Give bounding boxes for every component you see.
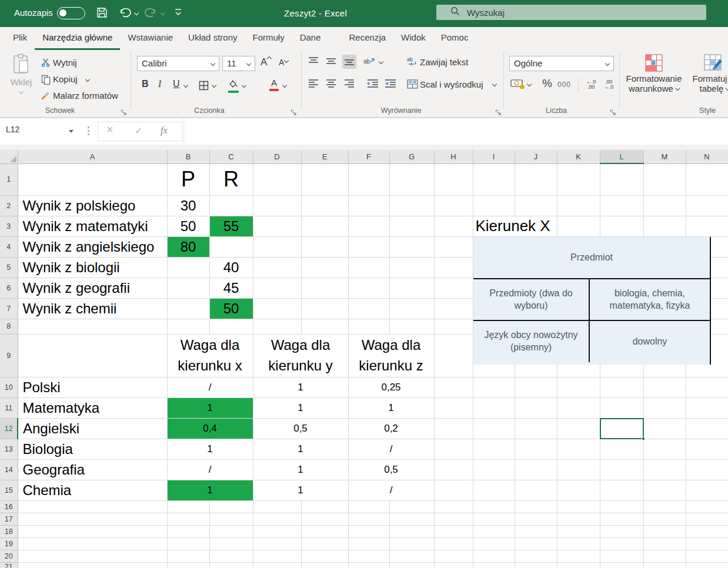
cell-H5[interactable]: [434, 257, 473, 278]
cell-K16[interactable]: [557, 500, 600, 513]
cell-G5[interactable]: [389, 257, 434, 278]
cell-E5[interactable]: [301, 257, 348, 278]
cell-I20[interactable]: [473, 550, 515, 562]
tab-dane[interactable]: Dane: [292, 27, 329, 50]
align-left-button[interactable]: [308, 79, 319, 90]
cell-M15[interactable]: [643, 480, 686, 500]
cancel-icon[interactable]: ×: [106, 123, 113, 136]
tab-wstawianie[interactable]: Wstawianie: [120, 27, 181, 50]
tab-pomoc[interactable]: Pomoc: [433, 27, 476, 50]
cell-F2[interactable]: [348, 195, 389, 216]
cell-A2[interactable]: Wynik z polskiego: [18, 195, 167, 216]
cell-J14[interactable]: [515, 459, 557, 480]
cell-A5[interactable]: Wynik z biologii: [18, 257, 167, 278]
row-header-12[interactable]: 12: [0, 418, 18, 439]
cell-E4[interactable]: [301, 236, 348, 257]
cell-A15[interactable]: Chemia: [18, 480, 167, 500]
font-dialog-launcher-icon[interactable]: [290, 108, 297, 114]
merge-center-dropdown-icon[interactable]: [492, 82, 497, 86]
cell-H10[interactable]: [434, 377, 473, 397]
cell-D21[interactable]: [253, 562, 301, 568]
currency-button[interactable]: [510, 78, 525, 92]
merge-center-label[interactable]: Scal i wyśrodkuj: [420, 79, 483, 89]
cell-M1[interactable]: [643, 163, 686, 195]
cell-F15[interactable]: /: [348, 480, 434, 500]
cell-D2[interactable]: [253, 195, 301, 216]
name-box-dropdown-icon[interactable]: [69, 130, 74, 133]
embedded-requirements-image[interactable]: Przedmiot Przedmioty (dwa do wyboru) bio…: [473, 237, 711, 365]
cell-B21[interactable]: [167, 562, 209, 568]
column-header-C[interactable]: C: [209, 150, 253, 163]
borders-button[interactable]: [199, 81, 209, 93]
cell-M12[interactable]: [643, 418, 686, 439]
cell-G21[interactable]: [389, 562, 434, 568]
cut-button[interactable]: [41, 58, 50, 69]
cell-I14[interactable]: [473, 459, 515, 480]
alignment-dialog-launcher-icon[interactable]: [495, 108, 502, 114]
increase-indent-button[interactable]: [385, 79, 396, 90]
column-header-F[interactable]: F: [348, 150, 389, 163]
cell-E21[interactable]: [301, 562, 348, 568]
row-header-11[interactable]: 11: [0, 397, 18, 418]
cell-B7[interactable]: [167, 298, 209, 319]
font-name-combo[interactable]: Calibri: [137, 56, 219, 71]
cell-I10[interactable]: [473, 377, 515, 397]
cell-J15[interactable]: [515, 480, 557, 500]
cell-N19[interactable]: [686, 537, 728, 550]
cell-N18[interactable]: [686, 525, 728, 537]
format-as-table-button[interactable]: Formatuj ja tabelę: [692, 73, 728, 93]
wrap-text-label[interactable]: Zawijaj tekst: [420, 57, 469, 67]
cell-F18[interactable]: [348, 525, 389, 537]
search-input[interactable]: [467, 8, 690, 18]
underline-button[interactable]: U: [173, 79, 180, 89]
align-top-button[interactable]: [308, 56, 319, 68]
format-painter-label[interactable]: Malarz formatów: [53, 91, 118, 101]
cell-G1[interactable]: [389, 163, 434, 195]
cell-G7[interactable]: [389, 298, 434, 319]
cell-M11[interactable]: [643, 397, 686, 418]
row-header-5[interactable]: 5: [0, 257, 18, 278]
cell-H14[interactable]: [434, 459, 473, 480]
cell-F19[interactable]: [348, 537, 389, 550]
cell-B10[interactable]: /: [167, 377, 253, 397]
cell-A19[interactable]: [18, 537, 167, 550]
cut-label[interactable]: Wytnij: [53, 58, 77, 68]
clipboard-dialog-launcher-icon[interactable]: [121, 108, 127, 114]
row-header-6[interactable]: 6: [0, 278, 18, 298]
cell-B19[interactable]: [167, 537, 209, 550]
name-box-input[interactable]: [6, 125, 58, 134]
cell-F8[interactable]: [348, 319, 389, 334]
cell-N16[interactable]: [686, 500, 728, 513]
enter-icon[interactable]: ✓: [135, 125, 142, 136]
save-icon[interactable]: [96, 7, 108, 21]
cell-H6[interactable]: [434, 278, 473, 298]
cell-D6[interactable]: [253, 278, 301, 298]
cell-A14[interactable]: Geografia: [18, 459, 167, 480]
cell-I13[interactable]: [473, 439, 515, 459]
cell-I19[interactable]: [473, 537, 515, 550]
comma-style-button[interactable]: 000: [557, 81, 571, 89]
cell-F1[interactable]: [348, 163, 389, 195]
column-header-D[interactable]: D: [253, 150, 301, 163]
cell-J21[interactable]: [515, 562, 557, 568]
cell-F11[interactable]: 1: [348, 397, 434, 418]
cell-L15[interactable]: [600, 480, 643, 500]
cell-G16[interactable]: [389, 500, 434, 513]
tab-recenzja[interactable]: Recenzja: [342, 27, 394, 50]
row-header-4[interactable]: 4: [0, 236, 18, 257]
column-header-G[interactable]: G: [389, 150, 434, 163]
cell-K10[interactable]: [557, 377, 600, 397]
cell-C19[interactable]: [209, 537, 253, 550]
cell-G18[interactable]: [389, 525, 434, 537]
cell-N14[interactable]: [686, 459, 728, 480]
copy-button[interactable]: [41, 75, 51, 87]
font-size-combo[interactable]: 11: [222, 56, 255, 71]
row-header-3[interactable]: 3: [0, 216, 18, 236]
cell-K19[interactable]: [557, 537, 600, 550]
cell-F6[interactable]: [348, 278, 389, 298]
column-header-A[interactable]: A: [18, 150, 167, 163]
cell-D4[interactable]: [253, 236, 301, 257]
cell-I17[interactable]: [473, 513, 515, 525]
fill-color-button[interactable]: [228, 79, 239, 93]
cell-H1[interactable]: [434, 163, 473, 195]
